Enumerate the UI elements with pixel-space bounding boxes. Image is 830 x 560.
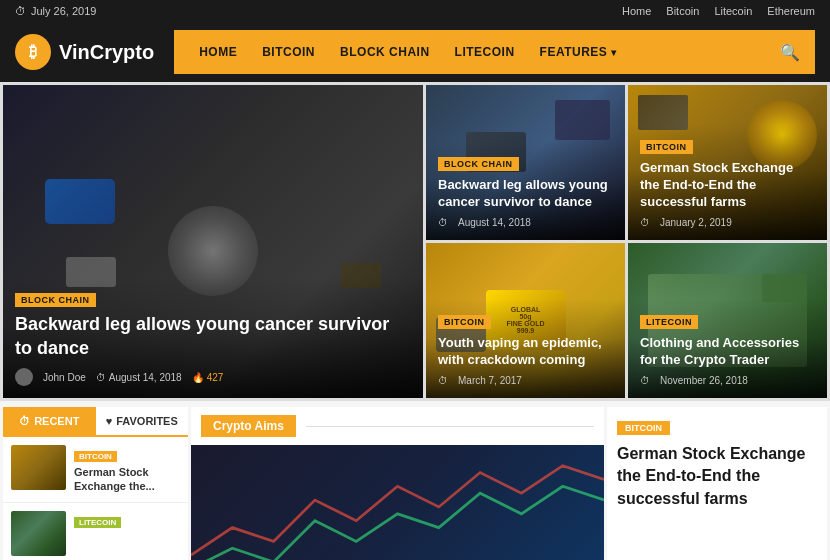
topnav-ethereum[interactable]: Ethereum [767,5,815,17]
article-content: BITCOIN Youth vaping an epidemic, with c… [426,299,625,398]
topnav-home[interactable]: Home [622,5,651,17]
article-bot-mid[interactable]: GLOBAL50gFINE GOLD999.9 BITCOIN Youth va… [426,243,625,398]
section-title: Crypto Aims [201,415,296,437]
calendar-icon: ⏱ [640,375,650,386]
main-nav: HOME BITCOIN BLOCK CHAIN LITECOIN FEATUR… [174,30,815,74]
tab-favorites[interactable]: ♥ FAVORITES [96,407,189,435]
nav-litecoin[interactable]: LITECOIN [445,39,525,65]
clock-icon: ⏱ [19,415,30,427]
search-icon[interactable]: 🔍 [780,43,800,62]
calendar-icon: ⏱ [438,375,448,386]
publish-date: ⏱ August 14, 2018 [96,372,182,383]
sidebar: ⏱ RECENT ♥ FAVORITES BITCOIN German Stoc… [3,407,188,560]
sidebar-item-content-1: BITCOIN German Stock Exchange the... [74,445,180,494]
article-content: BITCOIN German Stock Exchange the End-to… [628,124,827,240]
fire-icon: 🔥 [192,372,204,383]
sidebar-item-tag-2: LITECOIN [74,517,121,528]
top-bar-date: July 26, 2019 [31,5,96,17]
article-tag: BITCOIN [640,140,693,154]
main-article-grid: BLOCK CHAIN Backward leg allows young ca… [0,82,830,401]
fire-count: 🔥 427 [192,372,224,383]
bottom-section: ⏱ RECENT ♥ FAVORITES BITCOIN German Stoc… [0,404,830,560]
article-overlay: LITECOIN Clothing and Accessories for th… [628,243,827,398]
featured-article-large[interactable]: BLOCK CHAIN Backward leg allows young ca… [3,85,423,398]
sidebar-thumb-img2 [11,511,66,556]
article-tag: BLOCK CHAIN [438,157,519,171]
tab-recent[interactable]: ⏱ RECENT [3,407,96,435]
sidebar-thumb-img [11,445,66,490]
sidebar-item-title-1: German Stock Exchange the... [74,465,180,494]
sidebar-item-tag-1: BITCOIN [74,451,117,462]
right-article-tag: BITCOIN [617,421,670,435]
top-bar-date-section: ⏱ July 26, 2019 [15,5,96,17]
nav-blockchain[interactable]: BLOCK CHAIN [330,39,440,65]
nav-home[interactable]: HOME [189,39,247,65]
article-meta: ⏱ March 7, 2017 [438,375,613,386]
sidebar-item-2[interactable]: LITECOIN [3,503,188,560]
article-overlay: BITCOIN German Stock Exchange the End-to… [628,85,827,240]
article-tag: BITCOIN [438,315,491,329]
nav-items: HOME BITCOIN BLOCK CHAIN LITECOIN FEATUR… [189,39,780,65]
article-overlay: BITCOIN Youth vaping an epidemic, with c… [426,243,625,398]
article-title: Clothing and Accessories for the Crypto … [640,335,815,369]
section-divider [306,426,594,427]
logo[interactable]: ₿ VinCrypto [15,34,154,70]
right-article-panel: BITCOIN German Stock Exchange the End-to… [607,407,827,560]
article-meta: ⏱ August 14, 2018 [438,217,613,228]
sidebar-item-content-2: LITECOIN [74,511,180,556]
author-name: John Doe [43,372,86,383]
article-tag: LITECOIN [640,315,698,329]
article-tag: BLOCK CHAIN [15,293,96,307]
middle-featured: Crypto Aims [191,407,604,560]
calendar-icon: ⏱ [640,217,650,228]
article-meta: John Doe ⏱ August 14, 2018 🔥 427 [15,368,411,386]
article-top-right[interactable]: BITCOIN German Stock Exchange the End-to… [628,85,827,240]
article-title: Backward leg allows young cancer survivo… [438,177,613,211]
article-overlay: BLOCK CHAIN Backward leg allows young ca… [426,85,625,240]
topnav-litecoin[interactable]: Litecoin [714,5,752,17]
article-top-mid[interactable]: BLOCK CHAIN Backward leg allows young ca… [426,85,625,240]
nav-features[interactable]: FEATURES [530,39,627,65]
top-bar: ⏱ July 26, 2019 Home Bitcoin Litecoin Et… [0,0,830,22]
article-title: Backward leg allows young cancer survivo… [15,313,411,360]
article-title: German Stock Exchange the End-to-End the… [640,160,815,211]
nav-bitcoin[interactable]: BITCOIN [252,39,325,65]
article-title: Youth vaping an epidemic, with crackdown… [438,335,613,369]
article-content: BLOCK CHAIN Backward leg allows young ca… [426,141,625,240]
article-meta: ⏱ January 2, 2019 [640,217,815,228]
calendar-icon: ⏱ [96,372,106,383]
logo-icon: ₿ [15,34,51,70]
heart-icon: ♥ [106,415,113,427]
calendar-icon: ⏱ [438,217,448,228]
article-bot-right[interactable]: LITECOIN Clothing and Accessories for th… [628,243,827,398]
article-content: LITECOIN Clothing and Accessories for th… [628,299,827,398]
logo-text: VinCrypto [59,41,154,64]
header: ₿ VinCrypto HOME BITCOIN BLOCK CHAIN LIT… [0,22,830,82]
sidebar-thumb-1 [11,445,66,490]
author-avatar [15,368,33,386]
topnav-bitcoin[interactable]: Bitcoin [666,5,699,17]
article-meta: ⏱ November 26, 2018 [640,375,815,386]
top-bar-nav: Home Bitcoin Litecoin Ethereum [622,5,815,17]
right-article-title: German Stock Exchange the End-to-End the… [617,443,817,510]
clock-icon: ⏱ [15,5,26,17]
middle-article-thumb[interactable] [191,445,604,560]
chart-decoration [191,445,604,560]
sidebar-thumb-2 [11,511,66,556]
article-content: BLOCK CHAIN Backward leg allows young ca… [3,277,423,398]
sidebar-item-1[interactable]: BITCOIN German Stock Exchange the... [3,437,188,503]
article-overlay: BLOCK CHAIN Backward leg allows young ca… [3,85,423,398]
section-header: Crypto Aims [191,407,604,445]
sidebar-tabs: ⏱ RECENT ♥ FAVORITES [3,407,188,437]
